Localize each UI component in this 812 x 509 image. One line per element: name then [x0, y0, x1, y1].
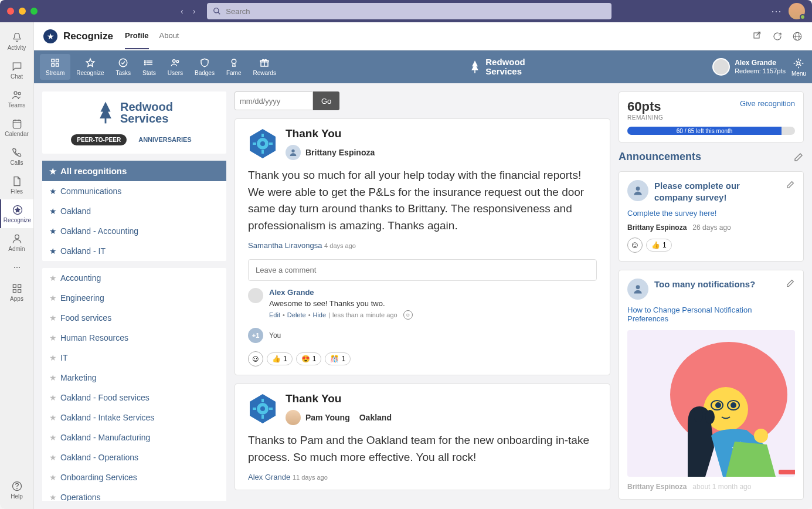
nav-back[interactable]: ‹ [178, 4, 186, 18]
recipient-name[interactable]: Brittany Espinoza [305, 148, 375, 157]
team-name[interactable]: Oakland [359, 413, 392, 422]
edit-icon[interactable] [786, 279, 795, 288]
comment-input[interactable] [248, 259, 597, 281]
cat-item[interactable]: ★Engineering [42, 288, 226, 308]
cat-item[interactable]: ★Oakland - Food services [42, 388, 226, 408]
date-input[interactable] [235, 91, 313, 110]
refresh-icon[interactable] [772, 31, 783, 42]
nav-forward[interactable]: › [191, 4, 198, 18]
maximize-window[interactable] [30, 8, 38, 15]
reaction-pill[interactable]: 👍1 [646, 239, 672, 252]
card-body: Thank you so much for all your help toda… [248, 167, 597, 234]
rail-help[interactable]: Help [0, 476, 33, 504]
svg-point-58 [636, 186, 640, 191]
svg-point-34 [172, 60, 175, 63]
rail-more[interactable] [0, 257, 33, 278]
edit-link[interactable]: Edit [269, 311, 280, 318]
tb-recognize[interactable]: Recognize [70, 54, 110, 80]
you-label: You [269, 331, 281, 340]
reaction-pill[interactable]: 🎊1 [325, 352, 351, 365]
more-options[interactable]: ⋯ [771, 5, 782, 18]
recognize-icon [12, 204, 23, 216]
card-author[interactable]: Samantha Liravongsa [248, 241, 322, 250]
star-icon [85, 57, 96, 68]
announcement-link[interactable]: Complete the survey here! [627, 209, 795, 218]
rail-calls[interactable]: Calls [0, 142, 33, 171]
tab-about[interactable]: About [159, 23, 179, 49]
close-window[interactable] [7, 8, 14, 15]
cat-fav[interactable]: ★Oakland - IT [42, 241, 226, 261]
cat-item[interactable]: ★Oakland - Operations [42, 447, 226, 467]
cat-fav[interactable]: ★Oakland - Accounting [42, 221, 226, 241]
cat-fav[interactable]: ★Oakland [42, 201, 226, 221]
svg-rect-23 [52, 59, 55, 62]
announcement-title[interactable]: Too many notifications? [654, 279, 780, 300]
company-panel: Redwood Services PEER-TO-PEER ANNIVERSAR… [42, 91, 226, 154]
announcement-link[interactable]: How to Change Personal Notification Pref… [627, 306, 795, 323]
cat-item[interactable]: ★Oakland - Intake Services [42, 408, 226, 427]
gift-icon [259, 57, 270, 68]
tb-rewards[interactable]: Rewards [247, 54, 281, 80]
pill-anniversaries[interactable]: ANNIVERSARIES [132, 134, 197, 145]
react-icon[interactable]: ☺ [403, 310, 413, 320]
go-button[interactable]: Go [313, 91, 339, 110]
give-recognition-link[interactable]: Give recognition [740, 99, 795, 108]
svg-rect-42 [105, 118, 107, 124]
tab-profile[interactable]: Profile [125, 23, 148, 49]
popout-icon[interactable] [752, 31, 763, 42]
add-reaction[interactable]: ☺ [627, 237, 643, 253]
tb-stats[interactable]: Stats [137, 54, 162, 80]
logo-text-1: Redwood [120, 101, 173, 113]
reaction-pill[interactable]: 😍1 [296, 352, 322, 365]
tb-fame[interactable]: Fame [220, 54, 247, 80]
cat-item[interactable]: ★Oakland - Manufacturing [42, 427, 226, 447]
tb-stream[interactable]: Stream [40, 54, 70, 80]
cat-all[interactable]: ★All recognitions [42, 161, 226, 181]
cat-item[interactable]: ★Human Resources [42, 328, 226, 348]
rail-activity[interactable]: Activity [0, 27, 33, 56]
rail-recognize[interactable]: Recognize [0, 199, 33, 228]
rail-chat[interactable]: Chat [0, 56, 33, 84]
reaction-pill[interactable]: 👍1 [267, 352, 293, 365]
cat-item[interactable]: ★Marketing [42, 368, 226, 388]
tb-tasks[interactable]: Tasks [110, 54, 137, 80]
minimize-window[interactable] [19, 8, 26, 15]
toolbar-user[interactable]: Alex Grande Redeem: 1157pts [712, 58, 786, 76]
delete-link[interactable]: Delete [287, 311, 306, 318]
edit-icon[interactable] [793, 152, 804, 162]
cat-item[interactable]: ★Accounting [42, 268, 226, 288]
rail-apps[interactable]: Apps [0, 278, 33, 307]
pill-peer-to-peer[interactable]: PEER-TO-PEER [71, 134, 127, 145]
rail-teams[interactable]: Teams [0, 84, 33, 113]
cat-item[interactable]: ★Food services [42, 308, 226, 328]
cat-item[interactable]: ★Operations [42, 487, 226, 501]
card-title: Thank You [286, 392, 597, 405]
rail-calendar[interactable]: Calendar [0, 113, 33, 142]
cat-fav[interactable]: ★Communications [42, 181, 226, 201]
card-author[interactable]: Alex Grande [248, 473, 290, 481]
svg-point-11 [16, 267, 18, 268]
announcement-title[interactable]: Please complete our company survey! [654, 180, 780, 203]
plus-one-badge[interactable]: +1 [248, 328, 263, 343]
app-logo: ★ [43, 29, 57, 43]
tb-users[interactable]: Users [162, 54, 189, 80]
hide-link[interactable]: Hide [312, 311, 326, 318]
recipient-name[interactable]: Pam Young [305, 413, 350, 422]
rail-admin[interactable]: Admin [0, 228, 33, 257]
svg-point-10 [14, 267, 15, 268]
cat-item[interactable]: ★Onboarding Services [42, 467, 226, 487]
edit-icon[interactable] [786, 180, 795, 189]
search-bar[interactable] [207, 3, 611, 19]
add-reaction[interactable]: ☺ [248, 351, 263, 367]
cat-item[interactable]: ★IT [42, 348, 226, 368]
user-avatar[interactable] [789, 3, 805, 19]
file-icon [11, 175, 23, 187]
presence-indicator [800, 14, 806, 20]
tb-badges[interactable]: Badges [189, 54, 220, 80]
app-header: ★ Recognize Profile About [34, 22, 812, 50]
search-input[interactable] [226, 7, 606, 16]
globe-icon[interactable] [792, 31, 803, 42]
comment-author[interactable]: Alex Grande [269, 288, 597, 297]
rail-files[interactable]: Files [0, 171, 33, 199]
toolbar-menu[interactable]: Menu [791, 57, 806, 77]
